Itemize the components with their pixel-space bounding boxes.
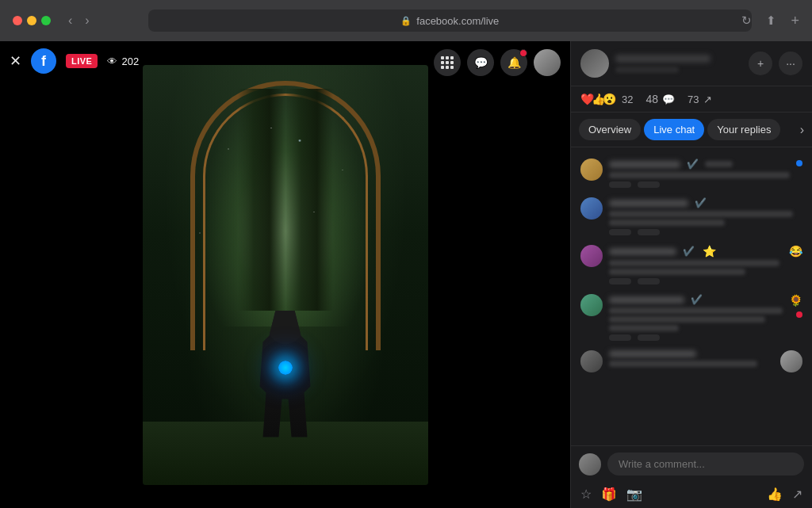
comment-bubble-icon: 💬	[662, 94, 675, 105]
svg-rect-5	[450, 61, 454, 64]
soldier-figure	[254, 311, 317, 437]
traffic-lights	[13, 16, 51, 25]
close-video-button[interactable]: ✕	[10, 52, 21, 70]
comment-content-5	[609, 350, 774, 369]
right-panel: + ··· ❤️ 👍 😮 32 48 💬 73 ↗	[570, 41, 812, 508]
comment-item-4: ✔️ 🌻	[571, 289, 812, 346]
thumbs-up-button[interactable]: 👍	[767, 487, 783, 502]
reaction-count: 32	[622, 94, 633, 105]
svg-rect-7	[446, 66, 449, 69]
comment-count-number: 48	[645, 93, 658, 105]
back-button[interactable]: ‹	[63, 12, 77, 29]
live-chat-tab[interactable]: Live chat	[644, 119, 704, 140]
viewer-number: 202	[121, 55, 139, 67]
haha-emoji-badge: 😂	[789, 245, 802, 258]
share-icon: ↗	[703, 94, 712, 105]
lock-icon: 🔒	[400, 16, 412, 26]
video-background	[143, 65, 428, 485]
svg-rect-8	[450, 66, 454, 69]
streamer-name	[615, 55, 710, 63]
svg-rect-1	[446, 56, 449, 59]
live-badge: LIVE	[66, 54, 98, 68]
messenger-button[interactable]: 💬	[467, 49, 494, 76]
reaction-emojis: ❤️ 👍 😮	[580, 93, 614, 105]
comment-avatar-4	[580, 294, 603, 316]
new-tab-button[interactable]: +	[791, 13, 799, 29]
user-comment-avatar	[579, 453, 601, 476]
maximize-traffic-light[interactable]	[41, 16, 51, 25]
notification-dot-2	[796, 311, 802, 318]
address-bar[interactable]: 🔒 facebook.com/live	[148, 10, 752, 32]
refresh-button[interactable]: ↻	[741, 13, 752, 28]
star-reaction-button[interactable]: ☆	[580, 487, 592, 502]
verified-emoji: ✔️	[687, 159, 699, 170]
minimize-traffic-light[interactable]	[27, 16, 36, 25]
comment-item-3: ✔️ ⭐ 😂	[571, 240, 812, 289]
add-friend-button[interactable]: +	[749, 52, 772, 75]
comments-area: ✔️ ✔️	[571, 147, 812, 445]
comment-avatar-inline	[780, 350, 802, 372]
streamer-avatar	[580, 49, 609, 78]
comment-content-1: ✔️	[609, 159, 790, 188]
comment-input-area	[571, 446, 812, 482]
reactions-row: ❤️ 👍 😮 32 48 💬 73 ↗	[571, 86, 812, 113]
svg-rect-4	[446, 61, 449, 64]
svg-rect-6	[441, 66, 444, 69]
grid-menu-button[interactable]	[434, 49, 461, 76]
tabs-row: Overview Live chat Your replies ›	[571, 113, 812, 147]
your-replies-tab[interactable]: Your replies	[707, 119, 780, 140]
gift-button[interactable]: 🎁	[601, 487, 617, 502]
comment-avatar-2	[580, 197, 603, 220]
share-stat: 73 ↗	[688, 94, 711, 105]
close-traffic-light[interactable]	[13, 16, 22, 25]
panel-header: + ···	[571, 41, 812, 86]
share-count-number: 73	[688, 94, 699, 105]
tabs-more-button[interactable]: ›	[800, 123, 804, 137]
sunflower-emoji: 🌻	[789, 294, 802, 307]
verified-emoji-4: ✔️	[691, 294, 703, 305]
browser-chrome: ‹ › 🔒 facebook.com/live ↻ ⬆ +	[0, 0, 812, 41]
comment-stat: 48 💬	[645, 93, 675, 105]
eye-icon: 👁	[107, 55, 117, 67]
more-options-button[interactable]: ···	[779, 52, 802, 75]
svg-rect-0	[441, 56, 444, 59]
notifications-button[interactable]: 🔔	[500, 49, 527, 76]
comment-avatar-3	[580, 245, 603, 267]
wow-emoji: 😮	[603, 93, 616, 105]
verified-emoji-2: ✔️	[695, 197, 707, 208]
comment-avatar-5	[580, 350, 603, 372]
app-container: ✕ f LIVE 👁 202	[0, 41, 812, 508]
comment-content-3: ✔️ ⭐	[609, 245, 779, 285]
share-button[interactable]: ⬆	[766, 13, 776, 28]
comment-avatar-1	[580, 159, 603, 181]
overview-tab[interactable]: Overview	[579, 119, 641, 140]
glow-core	[278, 361, 293, 375]
streamer-subtitle	[615, 67, 679, 73]
share-reply-button[interactable]: ↗	[792, 487, 802, 502]
user-avatar-nav[interactable]	[534, 49, 561, 76]
svg-rect-2	[450, 56, 454, 59]
facebook-logo: f	[31, 48, 56, 74]
reaction-group: ❤️ 👍 😮 32	[580, 93, 633, 105]
svg-rect-3	[441, 61, 444, 64]
verified-emoji-3: ✔️	[683, 246, 695, 257]
video-area: ✕ f LIVE 👁 202	[0, 41, 570, 508]
comment-header-item: ✔️	[571, 154, 812, 193]
star-emoji: ⭐	[703, 245, 716, 258]
comment-content-4: ✔️	[609, 294, 783, 341]
comment-input[interactable]	[607, 453, 804, 476]
fb-top-nav: 💬 🔔	[424, 41, 570, 84]
url-text: facebook.com/live	[416, 15, 499, 27]
comment-item-5	[571, 346, 812, 377]
nav-buttons: ‹ ›	[63, 12, 94, 29]
viewer-count: 👁 202	[107, 55, 139, 67]
notification-dot-1	[796, 160, 802, 166]
video-frame	[143, 65, 428, 485]
comment-item-2: ✔️	[571, 193, 812, 240]
panel-action-buttons: + ···	[749, 52, 802, 75]
camera-button[interactable]: 📷	[626, 487, 642, 502]
streamer-info	[615, 55, 742, 73]
forward-button[interactable]: ›	[80, 12, 94, 29]
comment-bottom-row: ☆ 🎁 📷 👍 ↗	[571, 482, 812, 508]
comment-content-2: ✔️	[609, 197, 802, 235]
